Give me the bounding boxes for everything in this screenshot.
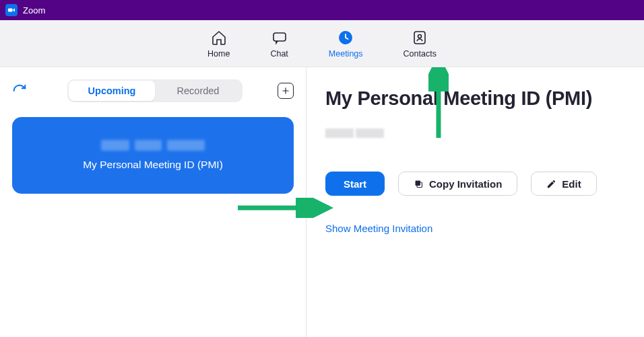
svg-rect-1: [273, 33, 286, 41]
pencil-icon: [546, 179, 556, 189]
start-button[interactable]: Start: [325, 172, 385, 196]
action-buttons: Start Copy Invitation Edit: [325, 172, 625, 196]
svg-rect-0: [8, 9, 13, 12]
pmi-id-redacted: [101, 140, 205, 151]
zoom-app-icon: [5, 4, 18, 16]
titlebar-app-name: Zoom: [23, 5, 45, 15]
pmi-card-label: My Personal Meeting ID (PMI): [83, 159, 223, 171]
page-title: My Personal Meeting ID (PMI): [325, 87, 625, 110]
pmi-card[interactable]: My Personal Meeting ID (PMI): [12, 117, 294, 194]
chat-icon: [271, 29, 288, 46]
edit-label: Edit: [562, 178, 581, 190]
nav-meetings-label: Meetings: [329, 49, 363, 59]
nav-chat[interactable]: Chat: [270, 29, 288, 59]
nav-meetings[interactable]: Meetings: [329, 29, 363, 59]
nav-chat-label: Chat: [270, 49, 288, 59]
tab-recorded[interactable]: Recorded: [155, 81, 241, 101]
tab-upcoming[interactable]: Upcoming: [69, 81, 155, 101]
nav-contacts-label: Contacts: [404, 49, 437, 59]
contacts-icon: [411, 29, 428, 46]
nav-home[interactable]: Home: [207, 29, 230, 59]
copy-invitation-label: Copy Invitation: [429, 178, 502, 190]
refresh-icon[interactable]: [12, 83, 27, 98]
titlebar: Zoom: [0, 0, 644, 20]
copy-invitation-button[interactable]: Copy Invitation: [398, 172, 517, 196]
left-toolbar: Upcoming Recorded: [12, 79, 294, 102]
pmi-id-redacted-detail: [325, 128, 625, 138]
copy-icon: [414, 179, 424, 189]
content: Upcoming Recorded My Personal Meeting ID…: [0, 67, 644, 337]
edit-button[interactable]: Edit: [531, 172, 596, 196]
svg-point-4: [418, 34, 422, 38]
svg-rect-6: [416, 180, 421, 186]
segmented-control: Upcoming Recorded: [67, 79, 243, 102]
home-icon: [210, 29, 228, 46]
top-nav: Home Chat Meetings Contacts: [0, 20, 644, 67]
nav-contacts[interactable]: Contacts: [404, 29, 437, 59]
nav-home-label: Home: [207, 49, 230, 59]
right-pane: My Personal Meeting ID (PMI) Start Copy …: [307, 67, 644, 337]
clock-icon: [337, 29, 354, 46]
show-invitation-link[interactable]: Show Meeting Invitation: [325, 223, 625, 234]
add-meeting-button[interactable]: [278, 83, 294, 99]
left-pane: Upcoming Recorded My Personal Meeting ID…: [0, 67, 307, 337]
